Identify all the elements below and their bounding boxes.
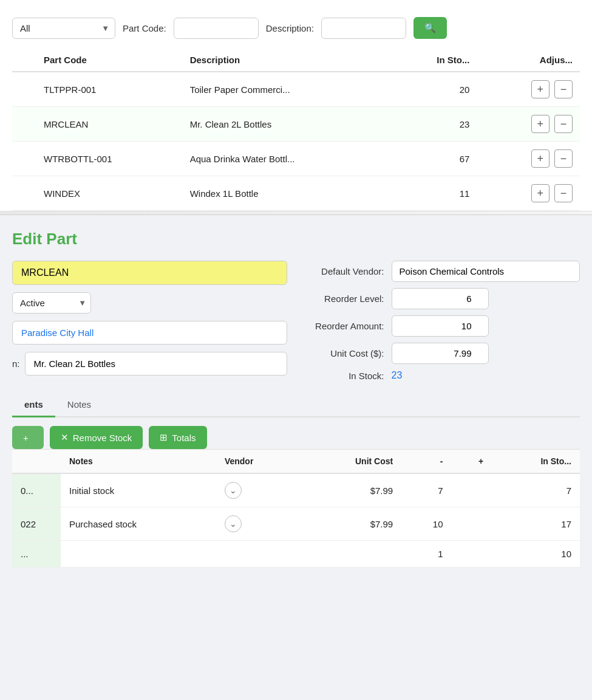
decrement-button[interactable]: − xyxy=(554,149,573,168)
remove-icon: ✕ xyxy=(61,432,69,443)
in-stock-row: In Stock: 23 xyxy=(305,370,580,381)
adjust-cell: + − xyxy=(477,142,580,176)
adjust-cell: + − xyxy=(477,176,580,211)
part-code-cell: WTRBOTTL-001 xyxy=(36,142,183,176)
totals-button[interactable]: ⊞ Totals xyxy=(149,426,206,449)
movement-row: 022 Purchased stock ⌄ $7.99 10 17 xyxy=(12,507,580,541)
movement-date: 0... xyxy=(12,473,61,507)
reorder-amount-field[interactable] xyxy=(392,315,489,337)
description-cell: Mr. Clean 2L Bottles xyxy=(183,107,393,142)
totals-label: Totals xyxy=(172,433,196,443)
movement-notes: Initial stock xyxy=(61,473,216,507)
reorder-level-row: Reorder Level: xyxy=(305,288,580,309)
status-select[interactable]: Active Inactive xyxy=(12,292,91,314)
col-description: Description xyxy=(183,49,393,72)
inventory-section: All Cleaning Paper Water Glass ▼ Part Co… xyxy=(0,0,592,211)
add-stock-button[interactable]: + xyxy=(12,426,44,449)
tabs-bar: ents Notes xyxy=(12,393,580,417)
totals-icon: ⊞ xyxy=(160,432,168,443)
movement-row: ... 1 10 xyxy=(12,541,580,568)
table-row: TLTPPR-001 Toiler Paper Commerci... 20 +… xyxy=(12,72,580,107)
reorder-amount-row: Reorder Amount: xyxy=(305,315,580,337)
movement-date: ... xyxy=(12,541,61,568)
movement-plus xyxy=(452,507,492,541)
reorder-level-label: Reorder Level: xyxy=(305,293,384,304)
col-checkbox xyxy=(12,49,36,72)
movement-notes: Purchased stock xyxy=(61,507,216,541)
movements-table-wrapper: Notes Vendor Unit Cost - + In Sto... 0..… xyxy=(12,449,580,568)
movement-in-stock: 7 xyxy=(492,473,580,507)
default-vendor-field[interactable] xyxy=(392,261,580,282)
movement-in-stock: 10 xyxy=(492,541,580,568)
action-buttons-bar: + ✕ Remove Stock ⊞ Totals xyxy=(12,417,580,449)
movement-notes xyxy=(61,541,216,568)
edit-part-form: Active Inactive ▼ n: Default Vendor: Reo… xyxy=(12,261,580,381)
adjust-cell: + − xyxy=(477,107,580,142)
part-code-cell: WINDEX xyxy=(36,176,183,211)
decrement-button[interactable]: − xyxy=(554,184,573,202)
movement-vendor xyxy=(216,541,301,568)
part-code-cell: TLTPPR-001 xyxy=(36,72,183,107)
tab-movements[interactable]: ents xyxy=(12,393,55,417)
movement-plus xyxy=(452,473,492,507)
location-field[interactable] xyxy=(12,321,287,345)
reorder-level-field[interactable] xyxy=(392,288,489,309)
movement-unit-cost: $7.99 xyxy=(301,473,401,507)
row-select xyxy=(12,72,36,107)
col-notes: Notes xyxy=(61,450,216,473)
reorder-amount-label: Reorder Amount: xyxy=(305,321,384,331)
in-stock-label: In Stock: xyxy=(305,371,384,381)
remove-stock-button[interactable]: ✕ Remove Stock xyxy=(50,426,143,449)
search-button[interactable]: 🔍 xyxy=(413,17,447,39)
vendor-expand-button[interactable]: ⌄ xyxy=(225,482,242,499)
movement-vendor: ⌄ xyxy=(216,507,301,541)
table-row: MRCLEAN Mr. Clean 2L Bottles 23 + − xyxy=(12,107,580,142)
form-right-column: Default Vendor: Reorder Level: Reorder A… xyxy=(305,261,580,381)
row-select xyxy=(12,142,36,176)
part-code-label: Part Code: xyxy=(123,23,166,33)
decrement-button[interactable]: − xyxy=(554,115,573,133)
default-vendor-label: Default Vendor: xyxy=(305,266,384,276)
category-filter-wrapper: All Cleaning Paper Water Glass ▼ xyxy=(12,18,115,39)
increment-button[interactable]: + xyxy=(531,80,549,98)
description-field[interactable] xyxy=(25,352,287,376)
movement-date: 022 xyxy=(12,507,61,541)
description-input[interactable] xyxy=(321,18,406,39)
part-code-input[interactable] xyxy=(174,18,259,39)
col-in-stock: In Sto... xyxy=(492,450,580,473)
description-label: Description: xyxy=(266,23,314,33)
tab-notes[interactable]: Notes xyxy=(55,393,103,417)
category-select[interactable]: All Cleaning Paper Water Glass xyxy=(12,18,115,39)
in-stock-cell: 20 xyxy=(393,72,477,107)
increment-button[interactable]: + xyxy=(531,184,549,202)
decrement-button[interactable]: − xyxy=(554,80,573,98)
col-in-stock: In Sto... xyxy=(393,49,477,72)
movements-table: Notes Vendor Unit Cost - + In Sto... 0..… xyxy=(12,450,580,568)
movement-minus: 10 xyxy=(401,507,451,541)
in-stock-cell: 11 xyxy=(393,176,477,211)
col-date xyxy=(12,450,61,473)
movement-minus: 1 xyxy=(401,541,451,568)
edit-part-section: Edit Part Active Inactive ▼ n: xyxy=(0,215,592,568)
remove-label: Remove Stock xyxy=(73,433,132,443)
movement-unit-cost xyxy=(301,541,401,568)
col-part-code: Part Code xyxy=(36,49,183,72)
default-vendor-row: Default Vendor: xyxy=(305,261,580,282)
movement-vendor: ⌄ xyxy=(216,473,301,507)
increment-button[interactable]: + xyxy=(531,149,549,168)
part-code-cell: MRCLEAN xyxy=(36,107,183,142)
filter-bar: All Cleaning Paper Water Glass ▼ Part Co… xyxy=(12,10,580,49)
row-select xyxy=(12,107,36,142)
in-stock-display: 23 xyxy=(392,370,403,381)
unit-cost-row: Unit Cost ($): xyxy=(305,343,580,364)
part-code-field[interactable] xyxy=(12,261,287,285)
movement-row: 0... Initial stock ⌄ $7.99 7 7 xyxy=(12,473,580,507)
description-prefix-label: n: xyxy=(12,359,20,369)
form-left-column: Active Inactive ▼ n: xyxy=(12,261,287,381)
vendor-expand-button[interactable]: ⌄ xyxy=(225,515,242,532)
adjust-cell: + − xyxy=(477,72,580,107)
status-row: Active Inactive ▼ xyxy=(12,292,287,314)
unit-cost-field[interactable] xyxy=(392,343,489,364)
increment-button[interactable]: + xyxy=(531,115,549,133)
row-select xyxy=(12,176,36,211)
